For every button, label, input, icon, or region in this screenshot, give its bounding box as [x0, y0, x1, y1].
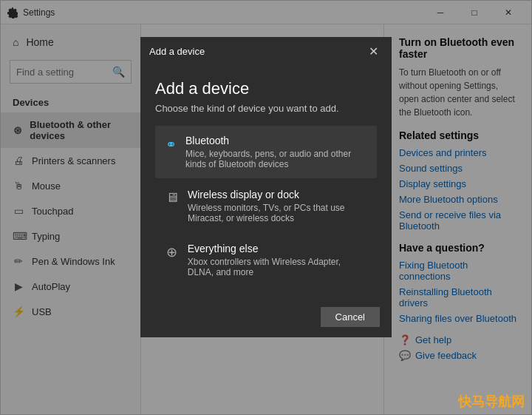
dialog-option-bluetooth-desc: Mice, keyboards, pens, or audio and othe… — [185, 149, 366, 169]
dialog-bluetooth-icon: ⚭ — [166, 136, 177, 152]
dialog-body: Add a device Choose the kind of device y… — [140, 66, 392, 300]
dialog-option-else-text: Everything else Xbox controllers with Wi… — [188, 243, 366, 277]
dialog-footer: Cancel — [140, 300, 392, 337]
dialog-plus-icon: ⊕ — [166, 244, 179, 260]
settings-window: Settings ─ □ ✕ ⌂ Home 🔍 Devices ⊛ Blueto… — [0, 0, 532, 415]
dialog-overlay: Add a device ✕ Add a device Choose the k… — [0, 0, 532, 415]
dialog-option-else-desc: Xbox controllers with Wireless Adapter, … — [188, 257, 366, 277]
dialog-option-wireless-display[interactable]: 🖥 Wireless display or dock Wireless moni… — [155, 180, 377, 232]
dialog-monitor-icon: 🖥 — [166, 190, 179, 206]
add-device-dialog: Add a device ✕ Add a device Choose the k… — [140, 37, 392, 337]
dialog-titlebar: Add a device ✕ — [140, 37, 392, 66]
dialog-option-everything-else[interactable]: ⊕ Everything else Xbox controllers with … — [155, 234, 377, 286]
dialog-subtitle: Choose the kind of device you want to ad… — [155, 103, 377, 114]
dialog-option-bluetooth-text: Bluetooth Mice, keyboards, pens, or audi… — [185, 135, 366, 169]
dialog-option-else-name: Everything else — [188, 243, 366, 254]
dialog-option-bluetooth[interactable]: ⚭ Bluetooth Mice, keyboards, pens, or au… — [155, 126, 377, 178]
dialog-option-wireless-name: Wireless display or dock — [188, 189, 366, 200]
dialog-option-wireless-desc: Wireless monitors, TVs, or PCs that use … — [188, 203, 366, 223]
cancel-button[interactable]: Cancel — [321, 307, 380, 327]
dialog-option-wireless-text: Wireless display or dock Wireless monito… — [188, 189, 366, 223]
dialog-title: Add a device — [155, 79, 377, 98]
dialog-option-bluetooth-name: Bluetooth — [185, 135, 366, 146]
dialog-titlebar-label: Add a device — [149, 46, 205, 57]
dialog-close-button[interactable]: ✕ — [364, 43, 383, 60]
